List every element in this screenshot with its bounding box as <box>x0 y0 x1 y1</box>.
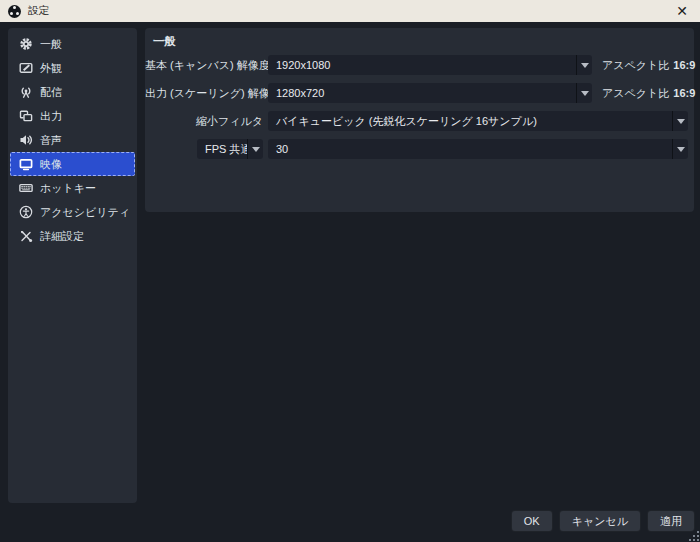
settings-sidebar: 一般 外観 配信 出力 <box>8 28 137 503</box>
dialog-footer: OK キャンセル 適用 <box>511 510 695 532</box>
sidebar-item-hotkeys[interactable]: ホットキー <box>10 176 135 200</box>
aspect-ratio-value: 16:9 <box>673 87 695 99</box>
sidebar-item-appearance[interactable]: 外観 <box>10 56 135 80</box>
aspect-ratio-label: アスペクト比 <box>602 59 669 71</box>
sidebar-item-label: 出力 <box>40 109 62 124</box>
keyboard-icon <box>19 181 33 195</box>
apply-button[interactable]: 適用 <box>647 510 695 532</box>
sidebar-item-label: ホットキー <box>40 181 96 196</box>
sidebar-item-label: アクセシビリティ <box>40 205 130 220</box>
audio-icon <box>19 133 33 147</box>
ok-button[interactable]: OK <box>511 510 553 532</box>
sidebar-item-stream[interactable]: 配信 <box>10 80 135 104</box>
output-resolution-value: 1280x720 <box>268 87 576 99</box>
fps-type-combobox[interactable]: FPS 共通値 <box>197 139 263 159</box>
downscale-filter-label: 縮小フィルタ <box>145 111 263 131</box>
fps-value-combobox[interactable]: 30 <box>268 139 688 159</box>
chevron-down-icon[interactable] <box>672 111 688 131</box>
sidebar-item-label: 映像 <box>40 157 62 172</box>
sidebar-item-label: 音声 <box>40 133 62 148</box>
sidebar-item-label: 一般 <box>40 37 62 52</box>
chevron-down-icon[interactable] <box>672 139 688 159</box>
base-resolution-combobox[interactable]: 1920x1080 <box>268 55 592 75</box>
sidebar-item-label: 外観 <box>40 61 62 76</box>
sidebar-item-accessibility[interactable]: アクセシビリティ <box>10 200 135 224</box>
sidebar-item-audio[interactable]: 音声 <box>10 128 135 152</box>
close-icon[interactable]: ✕ <box>676 4 688 18</box>
base-resolution-label: 基本 (キャンバス) 解像度 <box>145 55 263 75</box>
sidebar-item-video[interactable]: 映像 <box>10 152 135 176</box>
obs-logo-icon <box>8 5 21 18</box>
gear-icon <box>19 37 33 51</box>
aspect-ratio-value: 16:9 <box>673 59 695 71</box>
output-icon <box>19 109 33 123</box>
video-icon <box>19 157 33 171</box>
base-resolution-value: 1920x1080 <box>268 59 576 71</box>
output-resolution-label: 出力 (スケーリング) 解像度 <box>145 83 263 103</box>
window-title: 設定 <box>28 4 49 18</box>
sidebar-item-output[interactable]: 出力 <box>10 104 135 128</box>
video-settings-panel: 一般 基本 (キャンバス) 解像度 1920x1080 アスペクト比16:9 出… <box>145 28 694 212</box>
accessibility-icon <box>19 205 33 219</box>
base-aspect-ratio: アスペクト比16:9 <box>602 55 695 75</box>
downscale-filter-combobox[interactable]: バイキュービック (先鋭化スケーリング 16サンプル) <box>268 111 688 131</box>
sidebar-item-label: 詳細設定 <box>40 229 84 244</box>
section-title: 一般 <box>153 34 176 49</box>
output-resolution-combobox[interactable]: 1280x720 <box>268 83 592 103</box>
aspect-ratio-label: アスペクト比 <box>602 87 669 99</box>
chevron-down-icon[interactable] <box>576 83 592 103</box>
appearance-icon <box>19 61 33 75</box>
resize-grip[interactable] <box>689 531 699 541</box>
tools-icon <box>19 229 33 243</box>
chevron-down-icon[interactable] <box>576 55 592 75</box>
sidebar-item-advanced[interactable]: 詳細設定 <box>10 224 135 248</box>
stream-icon <box>19 85 33 99</box>
fps-type-value: FPS 共通値 <box>197 142 247 157</box>
titlebar: 設定 ✕ <box>0 0 700 22</box>
cancel-button[interactable]: キャンセル <box>559 510 641 532</box>
sidebar-item-general[interactable]: 一般 <box>10 32 135 56</box>
downscale-filter-value: バイキュービック (先鋭化スケーリング 16サンプル) <box>268 114 672 129</box>
fps-value: 30 <box>268 143 672 155</box>
output-aspect-ratio: アスペクト比16:9 <box>602 83 695 103</box>
chevron-down-icon[interactable] <box>247 139 263 159</box>
sidebar-item-label: 配信 <box>40 85 62 100</box>
